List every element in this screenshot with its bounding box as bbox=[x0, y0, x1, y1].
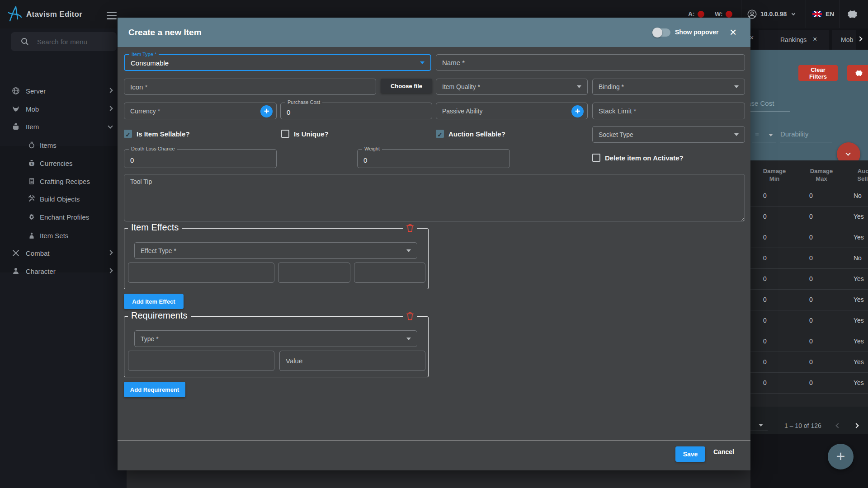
server-ip[interactable]: 10.0.0.98 bbox=[760, 10, 787, 18]
item-type-select[interactable]: Item Type * Consumable bbox=[124, 54, 431, 71]
modal-header: Create a new Item Show popover × bbox=[118, 18, 750, 47]
table-row[interactable]: 00Yes bbox=[750, 331, 868, 352]
passive-ability-select[interactable]: Passive Ability + bbox=[436, 103, 588, 119]
weight-field[interactable]: Weight bbox=[357, 149, 510, 168]
death-loss-chance-field[interactable]: Death Loss Chance bbox=[124, 149, 277, 168]
sidebar-item-mob[interactable]: Mob bbox=[0, 100, 127, 118]
filter-durability-label[interactable]: Durability bbox=[780, 130, 809, 138]
sidebar-item-server[interactable]: Server bbox=[0, 82, 127, 100]
name-field[interactable] bbox=[436, 54, 745, 71]
is-unique-label: Is Unique? bbox=[294, 130, 329, 138]
item-quality-select[interactable]: Item Quality * bbox=[436, 79, 588, 95]
add-item-fab[interactable]: + bbox=[828, 444, 854, 469]
sidebar-item-enchant-profiles[interactable]: Enchant Profiles bbox=[0, 208, 127, 226]
tool-tip-textarea[interactable] bbox=[124, 174, 745, 221]
sidebar-item-item[interactable]: Item bbox=[0, 117, 127, 136]
create-item-modal: Create a new Item Show popover × Item Ty… bbox=[118, 18, 750, 470]
clear-filters-button[interactable]: Clear Filters bbox=[798, 65, 838, 81]
is-item-sellable-checkbox[interactable]: ✓ bbox=[124, 130, 132, 138]
sidebar-item-build-objects[interactable]: Build Objects bbox=[0, 190, 127, 208]
atavism-logo-icon bbox=[7, 5, 23, 23]
sidebar-item-items[interactable]: Items bbox=[0, 136, 127, 154]
table-row[interactable]: 00Yes bbox=[750, 206, 868, 227]
effect-value-1-field[interactable] bbox=[128, 263, 274, 283]
table-row[interactable]: 00Yes bbox=[750, 269, 868, 290]
requirement-value-field[interactable] bbox=[279, 351, 425, 371]
death-loss-chance-input[interactable] bbox=[124, 154, 276, 166]
save-button[interactable]: Save bbox=[675, 446, 705, 462]
choose-file-button[interactable]: Choose file bbox=[381, 79, 432, 93]
currency-select[interactable]: Currency * + bbox=[124, 103, 277, 119]
table-row[interactable]: 00Yes bbox=[750, 373, 868, 394]
settings-gear-icon[interactable] bbox=[846, 8, 859, 20]
server-ip-chevron-icon[interactable] bbox=[792, 12, 795, 15]
table-row[interactable]: 00Yes bbox=[750, 227, 868, 248]
table-row[interactable]: 00No bbox=[750, 248, 868, 269]
status-w-label: W: bbox=[715, 10, 723, 18]
search-input[interactable] bbox=[36, 32, 112, 51]
purchase-cost-input[interactable] bbox=[281, 106, 432, 118]
tab-close-icon[interactable]: × bbox=[813, 35, 817, 43]
delete-on-activate-label: Delete item on Activate? bbox=[605, 154, 684, 162]
column-damage-max: Damage Max bbox=[806, 167, 837, 183]
enchant-gear-icon bbox=[28, 213, 35, 221]
tab-mob[interactable]: Mob bbox=[832, 30, 856, 50]
status-a-indicator bbox=[698, 11, 704, 18]
add-passive-ability-button[interactable]: + bbox=[571, 105, 584, 117]
add-requirement-button[interactable]: Add Requirement bbox=[124, 382, 185, 397]
effect-type-select[interactable]: Effect Type * bbox=[134, 242, 417, 259]
delete-requirement-button[interactable] bbox=[403, 312, 417, 322]
auction-sellable-checkbox[interactable]: ✓ bbox=[436, 130, 444, 138]
sidebar-item-currencies[interactable]: $ Currencies bbox=[0, 154, 127, 172]
sidebar-item-crafting-recipes[interactable]: Crafting Recipes bbox=[0, 172, 127, 190]
delete-item-effect-button[interactable] bbox=[403, 224, 417, 234]
delete-on-activate-checkbox[interactable] bbox=[592, 154, 600, 162]
add-item-effect-button[interactable]: Add Item Effect bbox=[124, 294, 184, 309]
is-unique-checkbox[interactable] bbox=[281, 130, 289, 138]
character-icon bbox=[12, 267, 20, 275]
sidebar-item-character[interactable]: Character bbox=[0, 262, 127, 280]
table-row[interactable]: 00Yes bbox=[750, 290, 868, 310]
requirement-type-select[interactable]: Type * bbox=[134, 330, 417, 347]
table-row[interactable]: 00Yes bbox=[750, 352, 868, 373]
purchase-cost-field[interactable]: Purchase Cost bbox=[280, 103, 432, 119]
status-w-indicator bbox=[726, 11, 732, 18]
hamburger-menu-icon[interactable] bbox=[107, 10, 117, 21]
mob-icon bbox=[12, 105, 20, 113]
show-popover-toggle[interactable] bbox=[653, 28, 670, 37]
weight-input[interactable] bbox=[358, 154, 509, 166]
tab-scroll-right-icon[interactable] bbox=[857, 36, 862, 41]
tab-rankings[interactable]: Rankings × bbox=[759, 30, 829, 50]
socket-type-select[interactable]: Socket Type bbox=[592, 126, 745, 143]
item-sets-icon bbox=[28, 232, 35, 239]
crossed-hammers-icon bbox=[28, 195, 35, 202]
close-icon[interactable]: × bbox=[730, 26, 736, 38]
add-currency-button[interactable]: + bbox=[260, 105, 273, 117]
next-page-icon[interactable] bbox=[854, 423, 859, 428]
language-label[interactable]: EN bbox=[826, 10, 834, 18]
page-size-caret-icon[interactable] bbox=[759, 424, 763, 427]
potion-icon bbox=[28, 141, 35, 149]
stack-limit-field[interactable] bbox=[592, 103, 745, 119]
pagination-bar: 1 – 10 of 126 bbox=[750, 407, 868, 434]
cancel-button[interactable]: Cancel bbox=[711, 448, 737, 456]
filter-operator[interactable]: = bbox=[755, 130, 759, 138]
previous-page-icon[interactable] bbox=[835, 423, 840, 428]
chevron-right-icon bbox=[108, 250, 113, 255]
menu-search[interactable] bbox=[11, 32, 117, 51]
table-row[interactable]: 00No bbox=[750, 186, 868, 206]
effect-value-3-field[interactable] bbox=[354, 263, 425, 283]
sidebar: Server Mob Item Items $ Currencies Craft… bbox=[0, 28, 127, 488]
requirement-name-field[interactable] bbox=[128, 351, 274, 371]
sidebar-item-combat[interactable]: Combat bbox=[0, 244, 127, 262]
modal-footer-divider bbox=[118, 441, 750, 441]
binding-select[interactable]: Binding * bbox=[592, 79, 745, 95]
icon-field[interactable] bbox=[124, 79, 376, 95]
effect-value-2-field[interactable] bbox=[278, 263, 350, 283]
table-row[interactable]: 00Yes bbox=[750, 310, 868, 331]
toggle-knob bbox=[652, 28, 662, 38]
sidebar-item-item-sets[interactable]: Item Sets bbox=[0, 226, 127, 244]
table-settings-button[interactable] bbox=[847, 65, 868, 81]
filter-operator-caret-icon[interactable] bbox=[769, 134, 773, 136]
app-root: Atavism Editor A: W: 10.0.0.98 EN bbox=[0, 0, 868, 488]
